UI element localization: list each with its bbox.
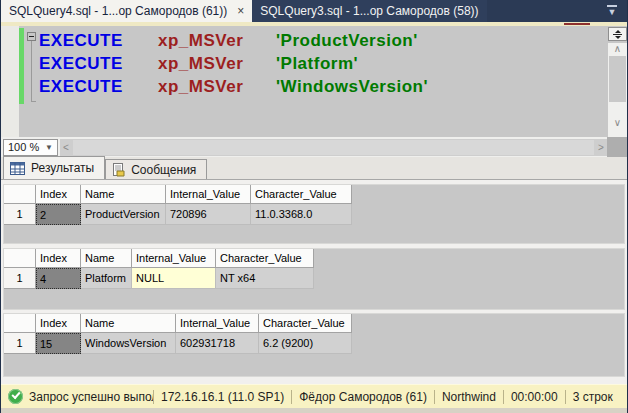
tab-sqlquery3[interactable]: SQLQuery3.sql - 1...ор Самородов (58)) xyxy=(252,0,486,22)
string-token: 'ProductVersion' xyxy=(276,29,418,52)
status-message: Запрос успешно выпол... xyxy=(29,390,153,404)
tab-results-label: Результаты xyxy=(31,161,94,175)
string-token: 'Platform' xyxy=(276,52,358,75)
open-files-dropdown-icon[interactable]: ▼ xyxy=(607,5,617,17)
cell-index[interactable]: 4 xyxy=(36,268,81,289)
status-database: Northwind xyxy=(435,390,503,404)
keyword-token: EXECUTE xyxy=(39,29,158,52)
tab-messages-label: Сообщения xyxy=(131,163,196,177)
status-bar: Запрос успешно выпол... 172.16.16.1 (11.… xyxy=(1,384,628,408)
keyword-token: EXECUTE xyxy=(39,52,158,75)
string-token: 'WindowsVersion' xyxy=(276,75,428,98)
tab-sqlquery4-label: SQLQuery4.sql - 1...ор Самородов (61)) xyxy=(9,4,227,18)
grid-header-row: Index Name Internal_Value Character_Valu… xyxy=(4,185,624,204)
procedure-token: xp_MSVer xyxy=(158,52,276,75)
table-row[interactable]: 1 4 Platform NULL NT x64 xyxy=(4,268,624,289)
status-user: Фёдор Самородов (61) xyxy=(292,390,434,404)
corner-header-cell[interactable] xyxy=(4,249,36,268)
column-header[interactable]: Character_Value xyxy=(251,185,352,204)
cell-internal-value[interactable]: 720896 xyxy=(166,204,251,225)
column-header[interactable]: Name xyxy=(81,249,132,268)
cell-character-value[interactable]: 6.2 (9200) xyxy=(259,333,352,354)
cell-internal-value[interactable]: 602931718 xyxy=(176,333,259,354)
close-icon[interactable]: × xyxy=(237,4,244,18)
procedure-token: xp_MSVer xyxy=(158,75,276,98)
column-header[interactable]: Index xyxy=(36,185,81,204)
corner-header-cell[interactable] xyxy=(4,185,36,204)
chevron-down-icon: ▼ xyxy=(45,143,53,152)
results-tab-strip: Результаты Сообщения xyxy=(1,157,628,180)
status-server: 172.16.16.1 (11.0 SP1) xyxy=(154,390,291,404)
column-header[interactable]: Index xyxy=(36,314,81,333)
cell-character-value[interactable]: NT x64 xyxy=(216,268,314,289)
fold-guide-line xyxy=(31,41,32,101)
code-line-1: EXECUTE xp_MSVer 'ProductVersion' xyxy=(39,29,428,52)
column-header[interactable]: Name xyxy=(81,314,176,333)
column-header[interactable]: Name xyxy=(81,185,166,204)
tab-messages[interactable]: Сообщения xyxy=(105,159,207,179)
fold-guide-tick xyxy=(31,101,36,102)
column-header[interactable]: Internal_Value xyxy=(132,249,216,268)
keyword-token: EXECUTE xyxy=(39,75,158,98)
code-fold-collapse-icon[interactable] xyxy=(27,32,36,41)
scroll-down-icon[interactable]: ∨ xyxy=(608,117,627,129)
tab-results[interactable]: Результаты xyxy=(3,156,105,179)
column-header[interactable]: Character_Value xyxy=(259,314,352,333)
ssms-query-window: SQLQuery4.sql - 1...ор Самородов (61)) ×… xyxy=(0,0,628,413)
cell-character-value[interactable]: 11.0.3368.0 xyxy=(251,204,352,225)
tab-sqlquery3-label: SQLQuery3.sql - 1...ор Самородов (58)) xyxy=(260,4,478,18)
code-line-3: EXECUTE xp_MSVer 'WindowsVersion' xyxy=(39,75,428,98)
code-line-2: EXECUTE xp_MSVer 'Platform' xyxy=(39,52,428,75)
zoom-level-value: 100 % xyxy=(8,141,39,153)
vertical-scrollbar-thumb[interactable] xyxy=(609,56,626,102)
window-bottom-edge xyxy=(1,408,628,413)
status-row-count: 3 строк xyxy=(566,390,620,404)
cell-name[interactable]: Platform xyxy=(81,268,132,289)
table-row[interactable]: 1 2 ProductVersion 720896 11.0.3368.0 xyxy=(4,204,624,225)
row-header-cell[interactable]: 1 xyxy=(4,204,36,225)
editor-bottom-strip: 100 % ▼ < > xyxy=(1,137,628,157)
cell-name[interactable]: ProductVersion xyxy=(81,204,166,225)
table-row[interactable]: 1 15 WindowsVersion 602931718 6.2 (9200) xyxy=(4,333,624,354)
cell-name[interactable]: WindowsVersion xyxy=(81,333,176,354)
result-grid-3: Index Name Internal_Value Character_Valu… xyxy=(3,313,625,377)
column-header[interactable]: Internal_Value xyxy=(166,185,251,204)
row-header-cell[interactable]: 1 xyxy=(4,268,36,289)
scroll-left-icon[interactable]: < xyxy=(60,139,72,156)
zoom-level-dropdown[interactable]: 100 % ▼ xyxy=(3,139,58,156)
cell-index[interactable]: 15 xyxy=(36,333,81,354)
sql-editor[interactable]: EXECUTE xp_MSVer 'ProductVersion' EXECUT… xyxy=(1,26,628,137)
tab-sqlquery4[interactable]: SQLQuery4.sql - 1...ор Самородов (61)) × xyxy=(1,0,252,22)
change-tracking-bar xyxy=(19,28,24,104)
scrollbar-corner xyxy=(607,137,628,157)
column-header[interactable]: Internal_Value xyxy=(176,314,259,333)
grid-header-row: Index Name Internal_Value Character_Valu… xyxy=(4,249,624,268)
horizontal-scrollbar-thumb[interactable] xyxy=(73,140,594,155)
grid-header-row: Index Name Internal_Value Character_Valu… xyxy=(4,314,624,333)
status-elapsed-time: 00:00:00 xyxy=(504,390,565,404)
divider-marker xyxy=(564,23,590,25)
column-header[interactable]: Character_Value xyxy=(216,249,314,268)
result-grid-2: Index Name Internal_Value Character_Valu… xyxy=(3,248,625,310)
cell-index[interactable]: 2 xyxy=(36,204,81,225)
document-tab-bar: SQLQuery4.sql - 1...ор Самородов (61)) ×… xyxy=(1,0,628,22)
results-grid-icon xyxy=(10,162,25,175)
procedure-token: xp_MSVer xyxy=(158,29,276,52)
sql-code: EXECUTE xp_MSVer 'ProductVersion' EXECUT… xyxy=(39,29,428,98)
results-pane: Index Name Internal_Value Character_Valu… xyxy=(1,180,628,384)
editor-horizontal-scrollbar[interactable]: < > xyxy=(60,139,607,156)
cell-internal-value-null[interactable]: NULL xyxy=(132,268,216,289)
success-check-icon xyxy=(8,389,23,404)
scroll-up-icon[interactable]: ∧ xyxy=(608,43,627,55)
editor-vertical-scrollbar[interactable]: ∧ ∨ xyxy=(608,43,627,137)
split-editor-button[interactable] xyxy=(608,27,627,41)
row-header-cell[interactable]: 1 xyxy=(4,333,36,354)
result-grid-1: Index Name Internal_Value Character_Valu… xyxy=(3,184,625,244)
corner-header-cell[interactable] xyxy=(4,314,36,333)
editor-gutter xyxy=(1,26,19,137)
scroll-right-icon[interactable]: > xyxy=(595,139,607,156)
column-header[interactable]: Index xyxy=(36,249,81,268)
messages-document-icon xyxy=(112,163,125,177)
